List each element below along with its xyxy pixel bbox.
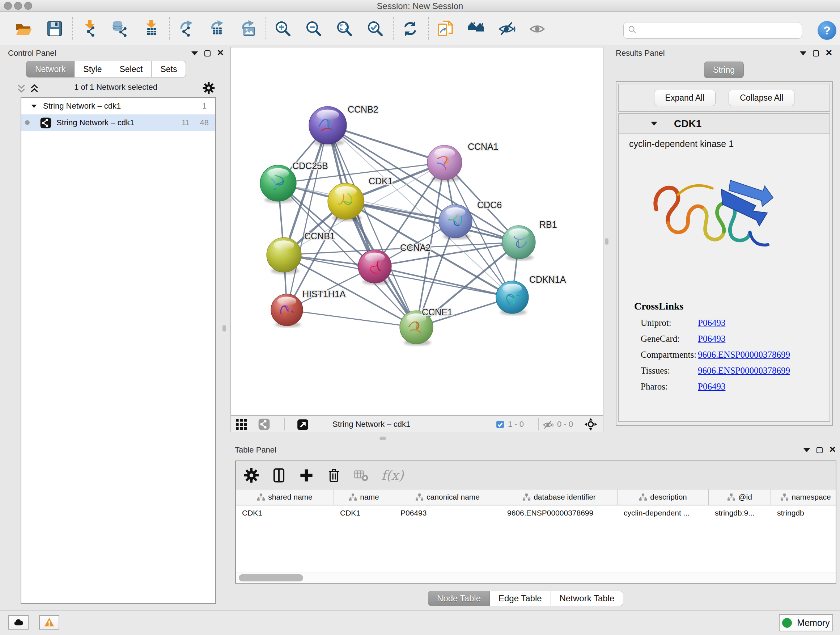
tab-node-table[interactable]: Node Table (428, 591, 490, 606)
cloud-icon[interactable] (8, 615, 28, 630)
warning-icon[interactable] (39, 615, 59, 630)
import-network-icon[interactable] (80, 19, 99, 38)
tree-expander-icon[interactable] (32, 105, 36, 108)
share-network-icon[interactable] (258, 418, 270, 430)
network-collection-row[interactable]: String Network – cdk1 1 (21, 98, 215, 114)
node-label-CCNA2: CCNA2 (400, 242, 431, 253)
column-header-database-identifier[interactable]: database identifier (501, 489, 617, 505)
zoom-fit-icon[interactable] (335, 19, 354, 38)
crosslink-link[interactable]: 9606.ENSP00000378699 (698, 350, 790, 360)
node-CCNA1[interactable]: CCNA1 (427, 141, 499, 182)
column-header-namespace[interactable]: namespace (771, 489, 840, 505)
tab-network-table[interactable]: Network Table (551, 591, 624, 606)
column-header-description[interactable]: description (617, 489, 709, 505)
expand-all-button[interactable]: Expand All (654, 90, 716, 106)
memory-button[interactable]: Memory (779, 614, 833, 631)
close-panel-icon[interactable]: × (829, 446, 836, 453)
columns-icon[interactable] (271, 468, 286, 483)
results-panel-title: Results Panel (616, 49, 665, 58)
gear-icon[interactable] (202, 82, 215, 94)
node-RB1[interactable]: RB1 (502, 219, 557, 261)
close-panel-icon[interactable]: × (217, 49, 224, 56)
scrollbar-thumb[interactable] (239, 574, 303, 581)
edge-CCNA2-CDKN1A[interactable] (375, 266, 512, 297)
float-panel-icon[interactable] (204, 50, 210, 57)
search-box[interactable] (623, 22, 802, 39)
section-expander-icon[interactable] (651, 122, 657, 126)
save-session-icon[interactable] (45, 19, 64, 38)
column-header-canonical-name[interactable]: canonical name (394, 489, 501, 505)
zoom-selected-icon[interactable] (366, 19, 385, 38)
tab-edge-table[interactable]: Edge Table (490, 591, 551, 606)
tab-sets[interactable]: Sets (152, 61, 186, 78)
selected-checkbox-icon[interactable] (496, 420, 505, 429)
column-header--id[interactable]: @id (709, 489, 771, 505)
edge-CCNB2-HIST1H1A[interactable] (287, 125, 328, 310)
copy-icon[interactable] (436, 19, 455, 38)
status-bar: Memory (0, 610, 840, 635)
search-input[interactable] (638, 24, 802, 37)
panel-menu-icon[interactable] (804, 448, 810, 452)
table-row[interactable]: CDK1CDK1P064939606.ENSP00000378699cyclin… (236, 505, 836, 521)
table-cell[interactable]: stringdb (771, 509, 836, 517)
edge-HIST1H1A-CCNE1[interactable] (287, 310, 416, 327)
table-cell[interactable]: P06493 (394, 509, 501, 517)
open-external-icon[interactable] (297, 418, 309, 431)
table-cell[interactable]: CDK1 (236, 509, 334, 517)
plus-icon[interactable] (299, 468, 314, 483)
toolbar-separator (169, 17, 170, 40)
toolbar-separator (73, 17, 73, 40)
hidden-eye-icon[interactable] (543, 419, 554, 430)
table-cell[interactable]: CDK1 (334, 509, 394, 517)
node-CDK1[interactable]: CDK1 (328, 176, 393, 221)
node-label-CCNB1: CCNB1 (304, 231, 335, 241)
horizontal-splitter-handle[interactable] (379, 437, 386, 440)
horizontal-scrollbar[interactable] (236, 572, 836, 583)
hide-selected-icon[interactable] (497, 19, 516, 38)
import-database-icon[interactable] (111, 19, 130, 38)
right-splitter-handle[interactable] (605, 238, 608, 245)
panel-menu-icon[interactable] (191, 51, 198, 55)
float-panel-icon[interactable] (816, 447, 823, 453)
network-canvas[interactable]: CCNB2 CCNA1 CDC25B (231, 47, 603, 416)
gear-icon[interactable] (244, 468, 259, 483)
node-HIST1H1A[interactable]: HIST1H1A (271, 289, 346, 327)
tab-select[interactable]: Select (111, 61, 152, 78)
crosslink-link[interactable]: 9606.ENSP00000378699 (698, 366, 790, 376)
export-image-icon[interactable] (238, 19, 257, 38)
left-splitter-handle[interactable] (223, 325, 226, 332)
float-panel-icon[interactable] (813, 50, 819, 57)
tab-string[interactable]: String (704, 62, 744, 78)
export-table-icon[interactable] (208, 19, 226, 38)
crosslink-link[interactable]: P06493 (698, 382, 725, 392)
birdseye-icon[interactable] (584, 418, 597, 431)
help-icon[interactable]: ? (818, 21, 836, 40)
home-icon[interactable] (467, 19, 485, 38)
crosslink-link[interactable]: P06493 (698, 334, 725, 344)
table-cell[interactable]: cyclin-dependent ... (617, 509, 709, 517)
export-network-icon[interactable] (177, 19, 196, 38)
collapse-all-button[interactable]: Collapse All (729, 90, 794, 106)
window-title: Session: New Session (0, 1, 840, 11)
show-eye-icon[interactable] (528, 19, 547, 38)
network-row[interactable]: String Network – cdk1 11 48 (21, 114, 215, 131)
zoom-out-icon[interactable] (304, 19, 323, 38)
refresh-icon[interactable] (401, 19, 420, 38)
crosslink-row: Pharos:P06493 (641, 382, 829, 392)
tab-style[interactable]: Style (74, 61, 111, 78)
column-header-name[interactable]: name (334, 489, 394, 505)
column-header-shared-name[interactable]: shared name (236, 489, 334, 505)
import-table-icon[interactable] (142, 19, 161, 38)
crosslink-link[interactable]: P06493 (698, 318, 725, 328)
node-section-header[interactable]: CDK1 (619, 114, 829, 134)
zoom-in-icon[interactable] (273, 19, 292, 38)
grid-view-icon[interactable] (235, 418, 247, 430)
tab-network[interactable]: Network (26, 61, 74, 78)
table-cell[interactable]: stringdb:9... (709, 509, 771, 517)
open-session-icon[interactable] (14, 19, 33, 38)
node-CDKN1A[interactable]: CDKN1A (496, 274, 566, 315)
panel-menu-icon[interactable] (800, 51, 806, 55)
trash-icon[interactable] (326, 468, 341, 483)
table-cell[interactable]: 9606.ENSP00000378699 (501, 509, 617, 517)
close-panel-icon[interactable]: × (826, 49, 832, 56)
